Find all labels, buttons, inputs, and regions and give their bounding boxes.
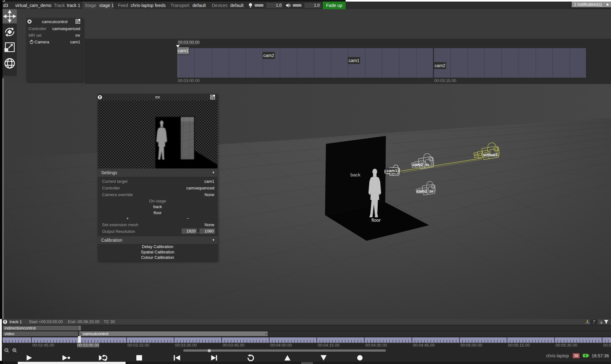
svg-text:virtual1: virtual1: [483, 152, 498, 157]
svg-text:floor: floor: [371, 217, 380, 223]
svg-text:cam2_in: cam2_in: [413, 162, 429, 167]
svg-text:cam1_in: cam1_in: [417, 189, 433, 194]
svg-text:cam1: cam1: [387, 168, 397, 173]
svg-text:back: back: [350, 172, 361, 177]
